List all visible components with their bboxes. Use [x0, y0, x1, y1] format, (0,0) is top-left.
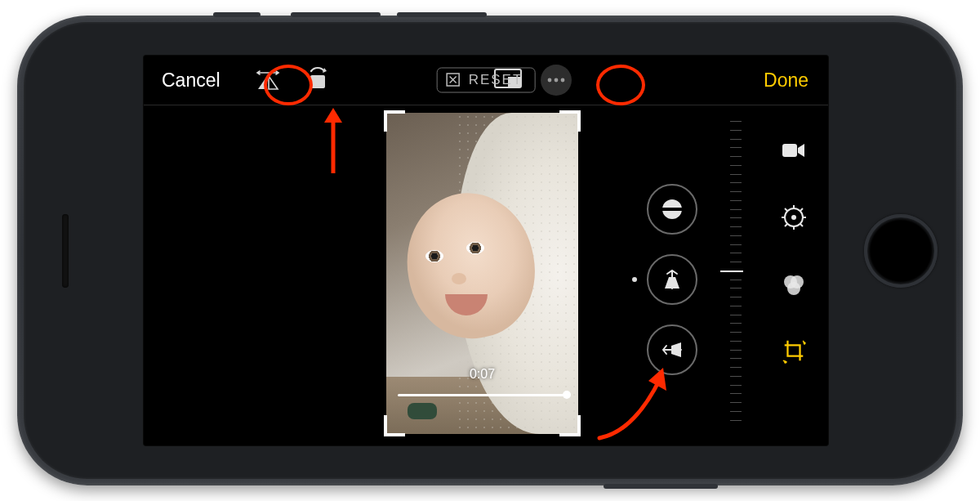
svg-line-16	[785, 208, 787, 211]
straighten-button[interactable]	[647, 184, 697, 235]
volume-up-button	[291, 12, 381, 17]
reset-x-icon	[446, 73, 461, 87]
svg-point-24	[804, 342, 806, 344]
crop-mode-icon[interactable]	[781, 338, 807, 365]
adjust-dials	[637, 137, 707, 421]
svg-rect-8	[660, 208, 684, 211]
svg-point-11	[791, 215, 796, 220]
svg-line-19	[785, 224, 787, 226]
volume-down-button	[397, 12, 487, 17]
phone-frame: Cancel	[17, 16, 963, 485]
crop-handle-tr[interactable]	[559, 110, 581, 132]
svg-point-5	[555, 78, 559, 83]
crop-handle-tl[interactable]	[384, 110, 405, 132]
reset-label: RESET	[469, 72, 523, 88]
perspective-vertical-icon	[660, 269, 684, 290]
perspective-horizontal-button[interactable]	[647, 324, 697, 375]
scrub-knob[interactable]	[563, 391, 571, 399]
side-button	[213, 12, 261, 17]
adjust-mode-icon[interactable]	[781, 204, 807, 230]
cancel-button[interactable]: Cancel	[162, 69, 220, 92]
crop-handle-br[interactable]	[559, 415, 581, 436]
svg-rect-9	[782, 144, 797, 157]
svg-point-22	[787, 282, 800, 295]
flip-horizontal-icon[interactable]	[255, 66, 281, 94]
crop-canvas[interactable]: 0:07	[386, 113, 578, 434]
speaker-slot	[62, 214, 69, 288]
power-button	[604, 484, 718, 489]
crop-handle-bl[interactable]	[384, 415, 405, 436]
screen: Cancel	[144, 56, 828, 445]
annotation-arrow-rotate	[321, 108, 345, 177]
angle-ruler[interactable]	[725, 121, 742, 421]
svg-line-17	[800, 224, 803, 226]
video-time-label: 0:07	[470, 367, 495, 382]
more-button[interactable]	[541, 65, 572, 96]
editor-topbar: Cancel	[144, 56, 828, 105]
more-icon	[547, 78, 565, 83]
filters-mode-icon[interactable]	[781, 271, 807, 297]
svg-line-18	[800, 208, 803, 211]
edit-mode-strip	[760, 56, 828, 445]
home-button[interactable]	[864, 214, 938, 288]
reset-button[interactable]: RESET	[437, 68, 536, 93]
perspective-horizontal-icon	[660, 339, 684, 360]
video-mode-icon[interactable]	[781, 137, 807, 163]
rotate-icon[interactable]	[304, 65, 332, 95]
svg-point-23	[784, 360, 786, 363]
svg-point-4	[548, 78, 552, 83]
video-scrubber[interactable]: 0:07	[398, 385, 567, 405]
active-dial-indicator	[632, 277, 637, 282]
ruler-center-mark	[720, 271, 743, 272]
svg-rect-0	[310, 75, 325, 88]
svg-point-6	[561, 78, 565, 83]
perspective-vertical-button[interactable]	[647, 254, 697, 305]
straighten-icon	[658, 195, 686, 223]
